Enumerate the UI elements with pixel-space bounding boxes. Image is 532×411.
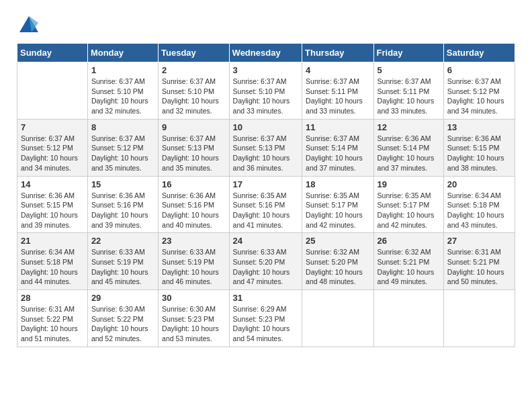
- calendar-cell: 31Sunrise: 6:29 AMSunset: 5:23 PMDayligh…: [229, 290, 302, 347]
- day-header-thursday: Thursday: [302, 44, 374, 62]
- day-info: Sunrise: 6:32 AMSunset: 5:21 PMDaylight:…: [378, 247, 440, 287]
- day-info: Sunrise: 6:37 AMSunset: 5:12 PMDaylight:…: [91, 134, 154, 173]
- week-row-3: 14Sunrise: 6:36 AMSunset: 5:15 PMDayligh…: [17, 176, 515, 233]
- day-info: Sunrise: 6:35 AMSunset: 5:17 PMDaylight:…: [306, 191, 370, 230]
- calendar-cell: 12Sunrise: 6:36 AMSunset: 5:14 PMDayligh…: [373, 119, 443, 176]
- day-header-wednesday: Wednesday: [229, 44, 302, 62]
- calendar-cell: 27Sunrise: 6:31 AMSunset: 5:21 PMDayligh…: [443, 233, 515, 290]
- calendar-cell: [373, 290, 443, 347]
- day-info: Sunrise: 6:33 AMSunset: 5:20 PMDaylight:…: [233, 247, 298, 287]
- day-header-tuesday: Tuesday: [159, 44, 230, 62]
- day-info: Sunrise: 6:35 AMSunset: 5:17 PMDaylight:…: [378, 191, 440, 230]
- day-info: Sunrise: 6:37 AMSunset: 5:13 PMDaylight:…: [162, 134, 226, 173]
- calendar-cell: 18Sunrise: 6:35 AMSunset: 5:17 PMDayligh…: [302, 176, 374, 233]
- calendar-cell: 11Sunrise: 6:37 AMSunset: 5:14 PMDayligh…: [302, 119, 374, 176]
- calendar-cell: [302, 290, 374, 347]
- day-info: Sunrise: 6:36 AMSunset: 5:16 PMDaylight:…: [91, 191, 154, 230]
- calendar-cell: 26Sunrise: 6:32 AMSunset: 5:21 PMDayligh…: [373, 233, 443, 290]
- day-info: Sunrise: 6:36 AMSunset: 5:15 PMDaylight:…: [447, 134, 511, 173]
- day-number: 28: [21, 293, 84, 303]
- day-header-friday: Friday: [373, 44, 443, 62]
- day-number: 19: [378, 179, 440, 189]
- calendar-cell: 24Sunrise: 6:33 AMSunset: 5:20 PMDayligh…: [229, 233, 302, 290]
- day-info: Sunrise: 6:37 AMSunset: 5:12 PMDaylight:…: [21, 134, 84, 173]
- calendar-cell: 1Sunrise: 6:37 AMSunset: 5:10 PMDaylight…: [87, 62, 158, 120]
- day-number: 8: [91, 122, 154, 132]
- day-number: 20: [447, 179, 511, 189]
- logo-icon: [17, 13, 41, 38]
- day-info: Sunrise: 6:36 AMSunset: 5:16 PMDaylight:…: [162, 191, 226, 230]
- day-info: Sunrise: 6:37 AMSunset: 5:14 PMDaylight:…: [306, 134, 370, 173]
- day-number: 14: [21, 179, 84, 189]
- day-info: Sunrise: 6:32 AMSunset: 5:20 PMDaylight:…: [306, 247, 370, 287]
- day-info: Sunrise: 6:30 AMSunset: 5:22 PMDaylight:…: [91, 304, 154, 344]
- day-number: 18: [306, 179, 370, 189]
- day-number: 1: [91, 65, 154, 75]
- day-number: 9: [162, 122, 226, 132]
- day-number: 23: [162, 236, 226, 246]
- calendar-cell: 28Sunrise: 6:31 AMSunset: 5:22 PMDayligh…: [17, 290, 88, 347]
- calendar-cell: 21Sunrise: 6:34 AMSunset: 5:18 PMDayligh…: [17, 233, 88, 290]
- calendar-cell: 2Sunrise: 6:37 AMSunset: 5:10 PMDaylight…: [159, 62, 230, 120]
- day-number: 3: [233, 65, 298, 75]
- day-info: Sunrise: 6:30 AMSunset: 5:23 PMDaylight:…: [162, 304, 226, 344]
- day-number: 27: [447, 236, 511, 246]
- calendar-cell: 9Sunrise: 6:37 AMSunset: 5:13 PMDaylight…: [159, 119, 230, 176]
- day-info: Sunrise: 6:37 AMSunset: 5:10 PMDaylight:…: [91, 77, 154, 116]
- page-header: [17, 13, 515, 38]
- calendar-cell: 19Sunrise: 6:35 AMSunset: 5:17 PMDayligh…: [373, 176, 443, 233]
- day-number: 15: [91, 179, 154, 189]
- day-number: 11: [306, 122, 370, 132]
- week-row-2: 7Sunrise: 6:37 AMSunset: 5:12 PMDaylight…: [17, 119, 515, 176]
- day-info: Sunrise: 6:34 AMSunset: 5:18 PMDaylight:…: [21, 247, 84, 287]
- day-number: 29: [91, 293, 154, 303]
- day-info: Sunrise: 6:35 AMSunset: 5:16 PMDaylight:…: [233, 191, 298, 230]
- day-info: Sunrise: 6:37 AMSunset: 5:10 PMDaylight:…: [162, 77, 226, 116]
- calendar-cell: [17, 62, 88, 120]
- day-info: Sunrise: 6:31 AMSunset: 5:22 PMDaylight:…: [21, 304, 84, 344]
- header-row: SundayMondayTuesdayWednesdayThursdayFrid…: [17, 44, 515, 62]
- day-info: Sunrise: 6:36 AMSunset: 5:15 PMDaylight:…: [21, 191, 84, 230]
- day-number: 5: [378, 65, 440, 75]
- week-row-4: 21Sunrise: 6:34 AMSunset: 5:18 PMDayligh…: [17, 233, 515, 290]
- day-header-monday: Monday: [87, 44, 158, 62]
- week-row-1: 1Sunrise: 6:37 AMSunset: 5:10 PMDaylight…: [17, 62, 515, 120]
- day-info: Sunrise: 6:33 AMSunset: 5:19 PMDaylight:…: [91, 247, 154, 287]
- calendar-cell: 4Sunrise: 6:37 AMSunset: 5:11 PMDaylight…: [302, 62, 374, 120]
- day-number: 2: [162, 65, 226, 75]
- calendar-cell: 5Sunrise: 6:37 AMSunset: 5:11 PMDaylight…: [373, 62, 443, 120]
- day-number: 10: [233, 122, 298, 132]
- day-info: Sunrise: 6:31 AMSunset: 5:21 PMDaylight:…: [447, 247, 511, 287]
- day-info: Sunrise: 6:37 AMSunset: 5:10 PMDaylight:…: [233, 77, 298, 116]
- calendar-cell: 13Sunrise: 6:36 AMSunset: 5:15 PMDayligh…: [443, 119, 515, 176]
- day-number: 12: [378, 122, 440, 132]
- day-number: 6: [447, 65, 511, 75]
- day-header-sunday: Sunday: [17, 44, 88, 62]
- logo: [17, 13, 45, 38]
- calendar-cell: 14Sunrise: 6:36 AMSunset: 5:15 PMDayligh…: [17, 176, 88, 233]
- calendar-cell: 30Sunrise: 6:30 AMSunset: 5:23 PMDayligh…: [159, 290, 230, 347]
- calendar-cell: 8Sunrise: 6:37 AMSunset: 5:12 PMDaylight…: [87, 119, 158, 176]
- day-info: Sunrise: 6:33 AMSunset: 5:19 PMDaylight:…: [162, 247, 226, 287]
- calendar-cell: 29Sunrise: 6:30 AMSunset: 5:22 PMDayligh…: [87, 290, 158, 347]
- day-info: Sunrise: 6:37 AMSunset: 5:11 PMDaylight:…: [306, 77, 370, 116]
- calendar-cell: 23Sunrise: 6:33 AMSunset: 5:19 PMDayligh…: [159, 233, 230, 290]
- day-number: 25: [306, 236, 370, 246]
- day-info: Sunrise: 6:37 AMSunset: 5:13 PMDaylight:…: [233, 134, 298, 173]
- calendar-cell: 3Sunrise: 6:37 AMSunset: 5:10 PMDaylight…: [229, 62, 302, 120]
- calendar-cell: 16Sunrise: 6:36 AMSunset: 5:16 PMDayligh…: [159, 176, 230, 233]
- day-number: 22: [91, 236, 154, 246]
- day-number: 7: [21, 122, 84, 132]
- calendar-cell: 6Sunrise: 6:37 AMSunset: 5:12 PMDaylight…: [443, 62, 515, 120]
- calendar-cell: 17Sunrise: 6:35 AMSunset: 5:16 PMDayligh…: [229, 176, 302, 233]
- calendar-cell: 10Sunrise: 6:37 AMSunset: 5:13 PMDayligh…: [229, 119, 302, 176]
- day-info: Sunrise: 6:37 AMSunset: 5:11 PMDaylight:…: [378, 77, 440, 116]
- day-number: 31: [233, 293, 298, 303]
- week-row-5: 28Sunrise: 6:31 AMSunset: 5:22 PMDayligh…: [17, 290, 515, 347]
- calendar-table: SundayMondayTuesdayWednesdayThursdayFrid…: [17, 43, 515, 347]
- day-number: 13: [447, 122, 511, 132]
- calendar-cell: 20Sunrise: 6:34 AMSunset: 5:18 PMDayligh…: [443, 176, 515, 233]
- day-number: 21: [21, 236, 84, 246]
- day-number: 17: [233, 179, 298, 189]
- day-info: Sunrise: 6:37 AMSunset: 5:12 PMDaylight:…: [447, 77, 511, 116]
